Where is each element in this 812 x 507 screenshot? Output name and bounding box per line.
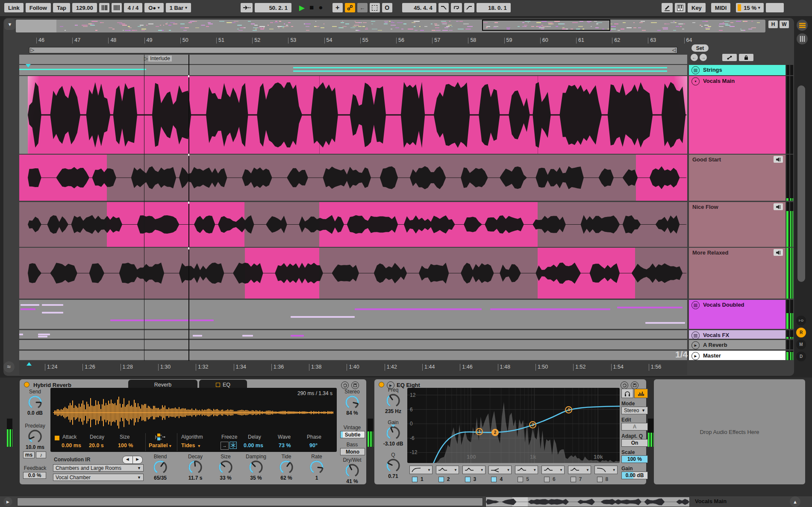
track-lane-master[interactable]	[19, 351, 687, 360]
time-signature-field[interactable]: 4 / 4	[124, 3, 142, 12]
device-on-led[interactable]	[24, 382, 29, 387]
loop-length-field[interactable]: 18. 0. 1	[477, 3, 511, 12]
set-locator-button[interactable]: Set	[691, 44, 709, 52]
bass-mono-mode[interactable]: Mono	[340, 448, 365, 455]
routing-icon[interactable]	[152, 433, 167, 443]
band-7-filter-type-select[interactable]: ▼	[568, 466, 591, 474]
strings-clip-line[interactable]	[293, 67, 667, 68]
predelay-knob[interactable]: Predelay 10.0 ms	[20, 423, 50, 450]
vertical-scrollbar[interactable]	[797, 85, 805, 282]
wave-value[interactable]: 73 %	[279, 443, 291, 448]
overview-view-box[interactable]	[482, 20, 610, 31]
scale-value[interactable]: 100 %	[621, 455, 648, 463]
hot-swap-icon[interactable]	[621, 381, 628, 389]
device-drop-area[interactable]: Drop Audio Effects Here	[654, 379, 805, 484]
track-lane-vocals-main[interactable]	[19, 76, 687, 154]
track-activator-speaker-icon[interactable]	[774, 203, 783, 210]
tempo-field[interactable]: 129.00	[72, 3, 97, 12]
phase-value[interactable]: 90°	[309, 443, 318, 448]
io-section-toggle[interactable]: I·O	[796, 316, 806, 325]
clip-overview-toggle-icon[interactable]	[797, 20, 808, 31]
beat-time-ruler[interactable]: 46474849505152535455565758596061626364	[19, 38, 687, 46]
quantize-menu[interactable]: 1 Bar▾	[166, 3, 191, 12]
band-gain-knob[interactable]: Gain -3.10 dB	[378, 419, 409, 447]
next-locator-button[interactable]: →	[700, 54, 707, 61]
damping-knob[interactable]: Damping 35 %	[241, 454, 271, 481]
band-4-enable-checkbox[interactable]	[491, 477, 497, 482]
blend-knob[interactable]: Blend 65/35	[145, 454, 176, 481]
audio-clip[interactable]	[107, 155, 636, 201]
audio-clip[interactable]	[245, 248, 319, 299]
link-markers-icon[interactable]	[722, 54, 737, 61]
midi-note[interactable]	[291, 335, 304, 337]
track-fold-icon[interactable]: ▼	[691, 77, 700, 85]
device-title[interactable]: Hybrid Reverb	[33, 382, 71, 388]
follow-button[interactable]: Follow	[26, 3, 51, 12]
band-q-knob[interactable]: Q 0.71	[378, 452, 409, 479]
stereo-knob[interactable]: Stereo 84 %	[337, 389, 368, 416]
status-play-icon[interactable]: ▶	[3, 497, 12, 506]
audio-clip[interactable]	[107, 202, 244, 247]
audio-clip[interactable]	[319, 202, 538, 247]
audio-clip[interactable]	[28, 76, 687, 154]
audio-clip[interactable]	[636, 155, 687, 201]
midi-note[interactable]	[242, 335, 253, 337]
track-fold-icon[interactable]	[691, 331, 700, 340]
delay-section-toggle[interactable]: D	[796, 352, 806, 361]
decay-value[interactable]: 20.0 s	[89, 443, 104, 448]
optimize-width-button[interactable]: W	[780, 21, 789, 28]
track-lane-strings[interactable]	[19, 65, 687, 75]
overdub-plus-button[interactable]: +	[332, 3, 343, 12]
session-record-button[interactable]	[370, 3, 380, 12]
stop-button[interactable]: ■	[308, 3, 315, 12]
lock-envelopes-icon[interactable]	[739, 54, 753, 61]
output-gain-value[interactable]: 0.00 dB	[621, 472, 648, 479]
audio-clip[interactable]	[19, 155, 107, 201]
band-2-filter-type-select[interactable]: ▼	[436, 466, 459, 474]
midi-note[interactable]	[38, 334, 50, 335]
band-7-enable-checkbox[interactable]	[571, 477, 576, 482]
track-header-strings[interactable]: Strings	[689, 65, 786, 75]
band-6-filter-type-select[interactable]: ▼	[541, 466, 565, 474]
track-fold-icon[interactable]	[691, 301, 700, 309]
mixer-view-toggle-icon[interactable]	[797, 33, 808, 44]
band-1-filter-type-select[interactable]: ▼	[409, 466, 432, 474]
predelay-sync-toggle[interactable]: ♪	[36, 451, 46, 458]
metronome-button[interactable]: O●▾	[144, 3, 164, 12]
track-lane-nice-flow[interactable]	[19, 202, 687, 247]
midi-arrangement-overdub-button[interactable]	[345, 3, 355, 12]
band-freq-knob[interactable]: Freq 235 Hz	[378, 387, 409, 414]
punch-out-icon[interactable]	[464, 3, 474, 12]
band-8-filter-type-select[interactable]: ▼	[594, 466, 618, 474]
vintage-mode[interactable]: Subtle	[340, 431, 365, 438]
cpu-meter[interactable]: 15 %▾	[736, 3, 764, 12]
track-header-a-reverb[interactable]: ▶A Reverb	[689, 340, 786, 349]
decay-knob[interactable]: Decay 11.7 s	[180, 454, 211, 481]
feedback-value[interactable]: 0.0 %	[23, 472, 46, 479]
arrangement-overview[interactable]	[16, 20, 765, 32]
track-header-more-relaxed[interactable]: More Relaxed	[689, 248, 786, 299]
eq-band-handle-3[interactable]: 3	[529, 421, 536, 428]
ir-delay-value[interactable]: 0.00 ms	[244, 443, 263, 448]
loop-start-handle[interactable]: ▷	[30, 47, 34, 53]
midi-note[interactable]	[645, 322, 685, 324]
midi-note[interactable]	[21, 304, 39, 306]
adapt-q-toggle[interactable]: On	[621, 439, 648, 447]
ir-file-select[interactable]: Vocal Chamber▼	[53, 474, 144, 481]
band-1-enable-checkbox[interactable]	[412, 477, 418, 482]
clip-preview-strip[interactable]	[485, 497, 690, 507]
size-knob[interactable]: Size 33 %	[210, 454, 241, 481]
send-knob[interactable]: Send 0.0 dB	[20, 389, 50, 416]
optimize-height-button[interactable]: H	[768, 21, 778, 28]
midi-note[interactable]	[355, 308, 482, 310]
band-5-enable-checkbox[interactable]	[518, 477, 523, 482]
show-automation-icon[interactable]: ≈	[3, 361, 15, 372]
midi-note[interactable]	[19, 334, 23, 335]
loop-switch-button[interactable]: O	[382, 3, 392, 12]
loop-region-icon[interactable]	[451, 3, 462, 12]
audio-clip[interactable]	[538, 248, 635, 299]
follow-playback-icon[interactable]	[241, 3, 253, 12]
attack-value[interactable]: 0.00 ms	[62, 443, 81, 448]
dry-wet-knob[interactable]: Dry/Wet 41 %	[337, 457, 368, 484]
eq-curve-display[interactable]: 1260-6-121001k10k1234	[407, 388, 620, 463]
